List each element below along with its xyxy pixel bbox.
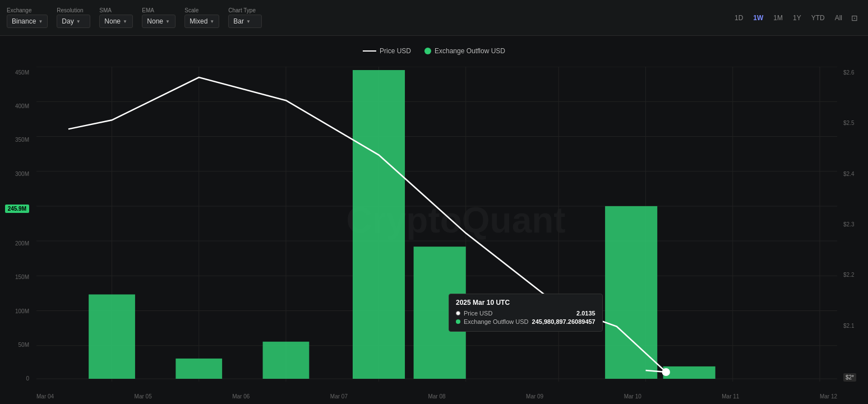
bar-mar10-big (605, 206, 657, 379)
y-label-right-22: $2.2 (843, 272, 854, 278)
exchange-group: Exchange Binance ▼ (7, 7, 48, 28)
exchange-value: Binance (12, 17, 36, 25)
y-label-right-26: $2.6 (843, 69, 854, 76)
x-label-mar11: Mar 11 (722, 393, 739, 400)
resolution-label: Resolution (57, 7, 90, 13)
sma-value: None (104, 17, 121, 25)
x-label-mar06: Mar 06 (232, 393, 250, 400)
y-axis-left: 450M 400M 350M 300M 245.9M 200M 150M 100… (0, 69, 34, 382)
y-label-200m: 200M (15, 240, 29, 247)
y-label-400m: 400M (15, 103, 29, 109)
ema-label: EMA (142, 7, 176, 13)
y-label-245m: 245.9M (5, 205, 29, 213)
y-label-0: 0 (26, 375, 29, 382)
legend-outflow-label: Exchange Outflow USD (435, 47, 505, 55)
time-btn-1y[interactable]: 1Y (788, 12, 806, 24)
legend-outflow: Exchange Outflow USD (424, 47, 505, 55)
resolution-group: Resolution Day ▼ (57, 7, 90, 28)
price-dot (663, 369, 670, 375)
charttype-group: Chart Type Bar ▼ (228, 7, 262, 28)
sma-label: SMA (99, 7, 133, 13)
scale-label: Scale (184, 7, 219, 13)
y-label-350m: 350M (15, 137, 29, 143)
resolution-arrow-icon: ▼ (76, 19, 81, 24)
y-label-right-2star: $2* (843, 373, 856, 382)
bar-mar07-big (353, 70, 405, 379)
y-label-right-25: $2.5 (843, 120, 854, 126)
ema-select[interactable]: None ▼ (142, 15, 176, 28)
time-buttons: 1D 1W 1M 1Y YTD All ⊡ (730, 11, 861, 25)
x-label-mar09: Mar 09 (526, 393, 543, 400)
chart-area: CryptoQuant Price USD Exchange Outflow U… (0, 36, 868, 404)
y-label-150m: 150M (15, 274, 29, 280)
resolution-select[interactable]: Day ▼ (57, 15, 90, 28)
bar-mar05 (176, 359, 222, 379)
y-label-300m: 300M (15, 171, 29, 177)
time-btn-all[interactable]: All (830, 12, 847, 24)
chart-legend: Price USD Exchange Outflow USD (363, 47, 505, 55)
sma-arrow-icon: ▼ (123, 19, 127, 24)
y-label-right-21: $2.1 (843, 323, 854, 329)
ema-group: EMA None ▼ (142, 7, 176, 28)
chart-svg (36, 67, 837, 382)
x-label-mar12: Mar 12 (820, 393, 837, 400)
x-axis: Mar 04 Mar 05 Mar 06 Mar 07 Mar 08 Mar 0… (36, 393, 837, 400)
x-label-mar04: Mar 04 (36, 393, 54, 400)
time-btn-1m[interactable]: 1M (769, 12, 787, 24)
y-label-100m: 100M (15, 308, 29, 314)
y-label-right-23: $2.3 (843, 221, 854, 227)
exchange-select[interactable]: Binance ▼ (7, 15, 48, 28)
y-label-450m: 450M (15, 69, 29, 76)
resolution-value: Day (62, 17, 73, 25)
scale-value: Mixed (190, 17, 207, 25)
time-btn-1d[interactable]: 1D (730, 12, 747, 24)
charttype-value: Bar (233, 17, 244, 25)
ema-arrow-icon: ▼ (165, 19, 170, 24)
time-btn-1w[interactable]: 1W (749, 12, 768, 24)
scale-group: Scale Mixed ▼ (184, 7, 219, 28)
exchange-arrow-icon: ▼ (38, 19, 43, 24)
legend-price: Price USD (363, 47, 411, 55)
bar-mar07-small (414, 247, 466, 379)
y-label-right-24: $2.4 (843, 171, 854, 177)
y-axis-right: $2.6 $2.5 $2.4 $2.3 $2.2 $2.1 $2* (840, 69, 868, 382)
x-label-mar10: Mar 10 (624, 393, 641, 400)
bar-mar06 (263, 342, 310, 379)
scale-arrow-icon: ▼ (210, 19, 214, 24)
bar-mar10-small (663, 366, 715, 379)
legend-outflow-dot-icon (424, 48, 431, 54)
sma-select[interactable]: None ▼ (99, 15, 133, 28)
time-btn-ytd[interactable]: YTD (807, 12, 829, 24)
x-label-mar05: Mar 05 (135, 393, 152, 400)
exchange-label: Exchange (7, 7, 48, 13)
legend-price-label: Price USD (380, 47, 411, 55)
scale-select[interactable]: Mixed ▼ (184, 15, 219, 28)
sma-group: SMA None ▼ (99, 7, 133, 28)
ema-value: None (147, 17, 163, 25)
bar-mar04 (89, 294, 135, 379)
x-label-mar07: Mar 07 (330, 393, 348, 400)
charttype-select[interactable]: Bar ▼ (228, 15, 262, 28)
charttype-label: Chart Type (228, 7, 262, 13)
toolbar: Exchange Binance ▼ Resolution Day ▼ SMA … (0, 0, 868, 36)
fullscreen-icon[interactable]: ⊡ (848, 11, 861, 25)
charttype-arrow-icon: ▼ (246, 19, 251, 24)
x-label-mar08: Mar 08 (428, 393, 445, 400)
legend-price-line-icon (363, 50, 376, 52)
y-label-50m: 50M (19, 342, 29, 348)
